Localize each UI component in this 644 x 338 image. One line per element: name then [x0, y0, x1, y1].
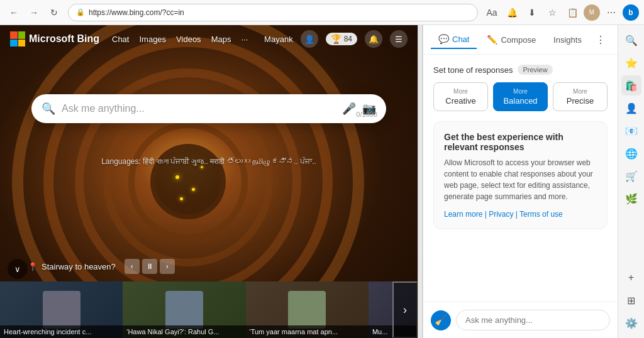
precise-sub: More [557, 88, 603, 95]
bing-logo-text: Microsoft Bing [29, 33, 99, 45]
sidebar-eco-icon[interactable]: 🌿 [621, 188, 641, 209]
avatar[interactable]: M [584, 4, 600, 21]
tone-precise-button[interactable]: More Precise [553, 82, 608, 111]
url-text: https://www.bing.com/?cc=in [89, 8, 184, 17]
tab-chat[interactable]: 💬 Chat [431, 30, 477, 49]
privacy-link[interactable]: Privacy [489, 210, 513, 219]
tone-label: Set tone of responses Preview [433, 65, 608, 75]
download-button[interactable]: ⬇ [523, 4, 541, 21]
copilot-more-button[interactable]: ⋮ [592, 31, 609, 48]
preview-badge: Preview [518, 65, 552, 75]
bottom-overlay: ∨ 📍 Stairway to heaven? ‹ ⏸ › [0, 259, 418, 338]
location-bar: 📍 Stairway to heaven? ‹ ⏸ › [28, 259, 175, 274]
news-card-3[interactable]: 'Tum yaar maarna mat apn... [246, 281, 369, 338]
languages-bar: Languages: हिंदी বাংলা ਪੰਜਾਬੀ ગુજ.. मराठ… [0, 157, 418, 166]
bing-navigation: Chat Images Videos Maps ··· [112, 35, 248, 44]
nav-videos[interactable]: Videos [176, 35, 201, 44]
bing-copilot-icon[interactable]: b [623, 4, 639, 21]
char-count: 0/1000 [356, 111, 377, 118]
refresh-button[interactable]: ↻ [45, 4, 63, 21]
favorites-button[interactable]: ☆ [543, 4, 561, 21]
bing-header-right: Mayank 👤 🏆 84 🔔 ☰ [264, 30, 408, 48]
user-icon[interactable]: 👤 [301, 30, 318, 48]
right-sidebar: 🔍 ⭐ 🛍️ 👤 📧 🌐 🛒 🌿 + ⊞ ⚙️ [618, 25, 644, 338]
chat-tab-icon: 💬 [438, 34, 449, 44]
news-card-2[interactable]: 'Hawa Nikal Gayi?': Rahul G... [123, 281, 245, 338]
extensions-button[interactable]: ⋯ [602, 4, 620, 21]
creative-main: Creative [438, 96, 484, 106]
creative-sub: More [438, 88, 484, 95]
nav-images[interactable]: Images [139, 35, 166, 44]
nav-chat[interactable]: Chat [112, 35, 129, 44]
sidebar-add-icon[interactable]: + [621, 268, 641, 288]
sidebar-mail-icon[interactable]: 📧 [621, 121, 641, 141]
rewards-badge[interactable]: 🏆 84 [326, 33, 357, 45]
sidebar-shopping-icon[interactable]: 🛍️ [621, 75, 641, 95]
next-image-button[interactable]: › [160, 259, 175, 274]
info-card: Get the best experience with relevant re… [433, 121, 608, 229]
address-bar[interactable]: 🔒 https://www.bing.com/?cc=in [68, 4, 478, 21]
terms-link[interactable]: Terms of use [519, 210, 563, 219]
forward-button[interactable]: → [25, 4, 43, 21]
search-icon: 🔍 [42, 102, 55, 116]
prev-image-button[interactable]: ‹ [125, 259, 140, 274]
back-button[interactable]: ← [5, 4, 23, 21]
sidebar-search-icon[interactable]: 🔍 [621, 30, 641, 50]
copilot-panel: 💬 Chat ✏️ Compose Insights ⋮ ✕ Set tone … [423, 25, 618, 338]
trophy-icon: 🏆 [331, 34, 341, 44]
microsoft-flag [10, 31, 25, 46]
compose-tab-label: Compose [501, 35, 536, 45]
bing-header: Microsoft Bing Chat Images Videos Maps ·… [0, 25, 418, 53]
learn-more-link[interactable]: Learn more [444, 210, 482, 219]
microphone-button[interactable]: 🎤 [342, 102, 356, 116]
notifications-icon[interactable]: 🔔 [365, 30, 382, 48]
alert-button[interactable]: 🔔 [503, 4, 521, 21]
info-card-text: Allow Microsoft to access your browser w… [444, 157, 597, 202]
tone-creative-button[interactable]: More Creative [433, 82, 488, 111]
sidebar-settings-icon[interactable]: ⚙️ [621, 313, 641, 333]
copilot-input-icon: 🧹 [431, 310, 451, 330]
browser-actions: Aa 🔔 ⬇ ☆ 📋 M ⋯ b [483, 4, 639, 21]
search-container: 🔍 🎤 📷 0/1000 [31, 94, 386, 123]
pause-button[interactable]: ⏸ [142, 259, 157, 274]
sidebar-layout-icon[interactable]: ⊞ [621, 290, 641, 310]
sidebar-divider [418, 25, 423, 338]
rewards-count: 84 [344, 35, 352, 43]
nav-more[interactable]: ··· [241, 35, 248, 44]
location-text: Stairway to heaven? [42, 262, 116, 271]
info-card-title: Get the best experience with relevant re… [444, 132, 597, 152]
search-box: 🔍 🎤 📷 0/1000 [31, 94, 386, 123]
tone-balanced-button[interactable]: More Balanced [493, 82, 548, 111]
expand-button[interactable]: ∨ [8, 259, 28, 279]
main-content: Microsoft Bing Chat Images Videos Maps ·… [0, 25, 644, 338]
news-title-2: 'Hawa Nikal Gayi?': Rahul G... [123, 325, 245, 338]
lock-icon: 🔒 [76, 8, 85, 16]
sidebar-office-icon[interactable]: 🌐 [621, 143, 641, 163]
tab-compose[interactable]: ✏️ Compose [479, 31, 543, 48]
news-title-3: 'Tum yaar maarna mat apn... [246, 325, 369, 338]
nav-buttons: ← → ↻ [5, 4, 63, 21]
news-title-1: Heart-wrenching incident c... [0, 325, 123, 338]
aa-button[interactable]: Aa [483, 4, 501, 21]
chat-tab-label: Chat [452, 35, 469, 44]
tab-insights[interactable]: Insights [546, 31, 589, 48]
insights-tab-label: Insights [553, 35, 582, 45]
bing-page: Microsoft Bing Chat Images Videos Maps ·… [0, 25, 418, 338]
menu-icon[interactable]: ☰ [390, 30, 408, 48]
tone-buttons: More Creative More Balanced More Precise [433, 82, 608, 111]
copilot-input[interactable] [456, 310, 610, 330]
sidebar-cart-icon[interactable]: 🛒 [621, 166, 641, 186]
collections-button[interactable]: 📋 [564, 4, 581, 21]
tone-section: Set tone of responses Preview More Creat… [423, 55, 618, 121]
precise-main: Precise [557, 96, 603, 106]
nav-maps[interactable]: Maps [211, 35, 231, 44]
bing-logo: Microsoft Bing [10, 31, 99, 46]
news-card-1[interactable]: Heart-wrenching incident c... [0, 281, 123, 338]
sidebar-favorites-icon[interactable]: ⭐ [621, 53, 641, 73]
location-pin-icon: 📍 [28, 262, 38, 271]
search-input[interactable] [62, 103, 336, 114]
news-next-button[interactable]: › [392, 281, 418, 338]
image-nav: ‹ ⏸ › [125, 259, 175, 274]
balanced-main: Balanced [497, 96, 543, 106]
sidebar-profile-icon[interactable]: 👤 [621, 98, 641, 118]
